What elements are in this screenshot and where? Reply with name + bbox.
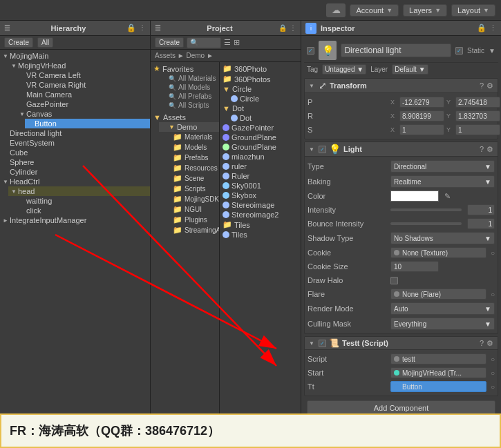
file-groundplane1[interactable]: GroundPlane — [220, 133, 301, 142]
tree-item-vr-camera-right[interactable]: VR Camera Right — [17, 80, 150, 90]
tag-select[interactable]: Untagged ▼ — [322, 64, 366, 75]
file-360photos[interactable]: 📁360Photos — [220, 74, 301, 84]
static-dropdown[interactable]: ▼ — [489, 47, 495, 55]
cookie-size-input[interactable] — [390, 261, 439, 272]
color-edit-icon[interactable]: ✎ — [444, 192, 451, 201]
script-pick-icon[interactable]: ○ — [491, 356, 495, 363]
file-ruler-lower[interactable]: ruler — [220, 162, 301, 171]
baking-dropdown[interactable]: Realtime ▼ — [390, 175, 495, 188]
file-tiles-folder[interactable]: 📁Tiles — [220, 220, 301, 230]
cloud-icon[interactable]: ☁ — [326, 3, 346, 17]
script-header[interactable]: 📜 Testt (Script) ? ⚙ — [305, 337, 498, 350]
resources-folder[interactable]: 📁 Resources — [159, 163, 219, 173]
transform-help-icon[interactable]: ? — [480, 81, 484, 90]
light-help-icon[interactable]: ? — [480, 145, 484, 154]
hierarchy-lock-icon[interactable] — [126, 23, 136, 32]
file-stereoimage2[interactable]: Stereoimage2 — [220, 210, 301, 220]
pos-x-input[interactable] — [399, 97, 444, 108]
tree-item-directional-light[interactable]: Directional light — [0, 128, 150, 138]
tree-item-mojing-main[interactable]: MojingMain — [0, 51, 150, 61]
tree-item-cylinder[interactable]: Cylinder — [0, 167, 150, 177]
project-menu-icon[interactable]: ⋮ — [290, 24, 296, 32]
type-dropdown[interactable]: Directional ▼ — [390, 160, 495, 173]
materials-folder[interactable]: 📁 Materials — [159, 132, 219, 142]
streaming-folder[interactable]: 📁 StreamingA — [159, 225, 219, 235]
scene-folder[interactable]: 📁 Scene — [159, 173, 219, 184]
hierarchy-menu-icon[interactable]: ⋮ — [139, 23, 146, 32]
project-search-input[interactable]: 🔍 — [187, 37, 221, 48]
shadow-dropdown[interactable]: No Shadows ▼ — [390, 232, 495, 244]
all-materials-folder[interactable]: 🔍 All Materials — [159, 74, 219, 83]
project-icon2[interactable]: ⊞ — [234, 38, 240, 47]
tree-item-head[interactable]: head — [8, 186, 150, 196]
project-create-button[interactable]: Create — [155, 37, 184, 48]
light-settings-icon[interactable]: ⚙ — [486, 145, 493, 154]
project-lock-icon[interactable]: 🔒 — [278, 24, 287, 32]
file-miaozhun[interactable]: miaozhun — [220, 152, 301, 162]
file-tiles-item[interactable]: Tiles — [220, 230, 301, 240]
file-groundplane2[interactable]: GroundPlane — [220, 142, 301, 152]
demo-folder[interactable]: ▼ Demo — [159, 122, 219, 132]
tree-item-event-system[interactable]: EventSystem — [0, 138, 150, 148]
tt-pick-icon[interactable]: ○ — [491, 383, 495, 391]
scripts-folder[interactable]: 📁 Scripts — [159, 184, 219, 194]
layout-button[interactable]: Layout ▼ — [451, 4, 495, 17]
account-button[interactable]: Account ▼ — [350, 4, 399, 17]
start-pick-icon[interactable]: ○ — [491, 369, 495, 377]
script-help-icon[interactable]: ? — [480, 339, 484, 348]
object-active-checkbox[interactable] — [307, 47, 314, 55]
rot-x-input[interactable] — [399, 110, 444, 121]
culling-mask-dropdown[interactable]: Everything ▼ — [390, 318, 495, 330]
file-ruler-upper[interactable]: Ruler — [220, 171, 301, 181]
tree-item-vr-camera-left[interactable]: VR Camera Left — [17, 70, 150, 80]
hierarchy-all-button[interactable]: All — [37, 37, 53, 48]
file-circle-folder[interactable]: ▼ Circle — [220, 84, 301, 94]
color-swatch[interactable] — [390, 191, 439, 202]
file-sky0001[interactable]: Sky0001 — [220, 181, 301, 191]
all-models-folder[interactable]: 🔍 All Models — [159, 83, 219, 92]
tree-item-head-ctrl[interactable]: HeadCtrl — [0, 177, 150, 186]
tree-item-click[interactable]: click — [17, 206, 150, 215]
scale-y-input[interactable] — [455, 124, 500, 135]
tree-item-mojing-vrhead[interactable]: MojingVrHead — [8, 61, 150, 70]
intensity-slider[interactable] — [390, 208, 462, 211]
tree-item-waitting[interactable]: waitting — [17, 196, 150, 206]
all-scripts-folder[interactable]: 🔍 All Scripts — [159, 101, 219, 110]
plugins-folder[interactable]: 📁 Plugins — [159, 215, 219, 225]
render-mode-dropdown[interactable]: Auto ▼ — [390, 302, 495, 315]
file-stereoimage1[interactable]: Stereoimage — [220, 200, 301, 210]
scale-x-input[interactable] — [399, 124, 444, 135]
cookie-pick-icon[interactable]: ○ — [491, 249, 495, 257]
inspector-lock-icon[interactable]: 🔒 — [477, 23, 486, 32]
rot-y-input[interactable] — [455, 110, 500, 121]
object-name-input[interactable] — [341, 43, 451, 57]
transform-settings-icon[interactable]: ⚙ — [486, 81, 493, 90]
file-dot-folder[interactable]: ▼ Dot — [220, 104, 301, 113]
draw-halo-checkbox[interactable] — [390, 277, 398, 284]
prefabs-folder[interactable]: 📁 Prefabs — [159, 153, 219, 163]
layers-button[interactable]: Layers ▼ — [403, 4, 447, 17]
file-circle-item[interactable]: Circle — [220, 94, 301, 104]
tree-item-sphere[interactable]: Sphere — [0, 157, 150, 167]
mojingsdk-folder[interactable]: 📁 MojingSDK — [159, 194, 219, 204]
inspector-menu-icon[interactable]: ⋮ — [489, 23, 497, 32]
static-checkbox[interactable] — [455, 47, 463, 55]
tree-item-button[interactable]: Button — [25, 119, 150, 128]
tree-item-integrate-input[interactable]: IntegrateInputManager — [0, 215, 150, 225]
layer-select[interactable]: Default ▼ — [392, 64, 428, 75]
file-gazepointer[interactable]: GazePointer — [220, 123, 301, 133]
transform-header[interactable]: ⤢ Transform ? ⚙ — [305, 79, 498, 93]
project-icon1[interactable]: ☰ — [224, 38, 231, 47]
hierarchy-create-button[interactable]: Create — [4, 37, 33, 48]
bounce-slider[interactable] — [390, 222, 462, 225]
tree-item-cube[interactable]: Cube — [0, 148, 150, 157]
pos-y-input[interactable] — [455, 97, 500, 108]
favorites-folder[interactable]: ★ Favorites — [151, 64, 219, 74]
tree-item-gaze-pointer[interactable]: GazePointer — [17, 99, 150, 109]
tree-item-main-camera[interactable]: Main Camera — [17, 90, 150, 99]
models-folder[interactable]: 📁 Models — [159, 142, 219, 153]
intensity-input[interactable] — [467, 204, 495, 215]
assets-root-folder[interactable]: ▼ Assets — [151, 113, 219, 122]
script-active-checkbox[interactable] — [319, 340, 326, 347]
tree-item-canvas[interactable]: Canvas — [17, 109, 150, 119]
